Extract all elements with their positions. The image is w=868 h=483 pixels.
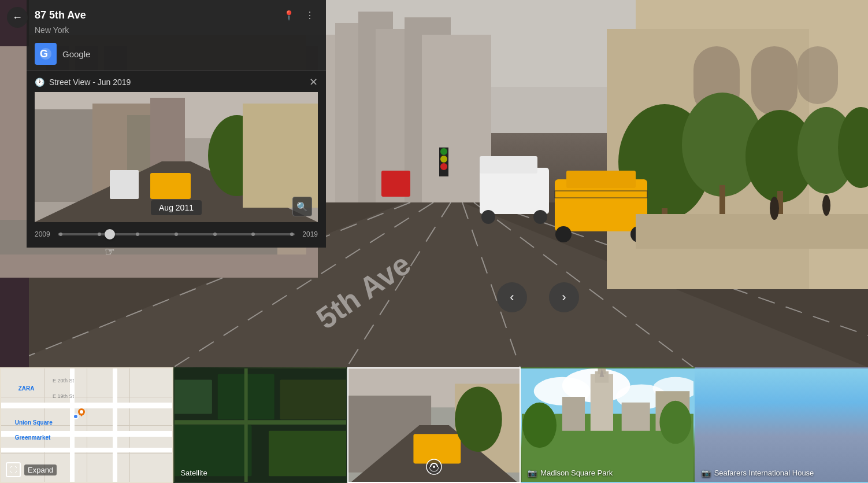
sv-time-panel: 🕐 Street View - Jun 2019 ✕ bbox=[27, 71, 326, 248]
google-row: G Google bbox=[27, 39, 326, 71]
svg-rect-31 bbox=[797, 46, 838, 104]
expand-label: Expand bbox=[24, 464, 57, 475]
svg-rect-102 bbox=[562, 397, 585, 431]
sv-close-button[interactable]: ✕ bbox=[309, 77, 318, 87]
google-label: Google bbox=[62, 49, 90, 59]
satellite-label: Satellite bbox=[180, 469, 207, 477]
timeline-track[interactable]: ☞ bbox=[58, 233, 295, 235]
map-marker bbox=[78, 408, 85, 418]
svg-rect-45 bbox=[566, 171, 636, 188]
madison-label: 📷 Madison Square Park bbox=[528, 469, 613, 477]
map-location-dot bbox=[73, 414, 79, 419]
svg-point-56 bbox=[440, 148, 447, 155]
seafarers-label: 📷 Seafarers International House bbox=[702, 469, 814, 477]
svg-rect-71 bbox=[243, 104, 318, 208]
address-text: 87 5th Ave bbox=[35, 9, 86, 21]
timeline-thumb[interactable] bbox=[105, 229, 115, 239]
svg-point-89 bbox=[455, 387, 502, 452]
zoom-button[interactable]: 🔍 bbox=[292, 197, 312, 216]
svg-rect-78 bbox=[280, 380, 346, 420]
strip-item-madison[interactable]: 📷 Madison Square Park bbox=[521, 367, 694, 483]
expand-icon: ⛶ bbox=[6, 462, 21, 477]
camera-icon-madison: 📷 bbox=[528, 469, 537, 477]
satellite-scene bbox=[175, 368, 346, 482]
svg-point-57 bbox=[440, 156, 447, 163]
city-text: New York bbox=[27, 25, 326, 39]
sv-time-title: 🕐 Street View - Jun 2019 bbox=[35, 78, 131, 87]
svg-rect-49 bbox=[381, 171, 410, 197]
svg-rect-80 bbox=[269, 431, 346, 476]
svg-rect-68 bbox=[110, 170, 139, 199]
map-label-zara: ZARA bbox=[18, 385, 35, 392]
strip-item-map[interactable]: ZARA Union Square Greenmarket E 20th St … bbox=[0, 367, 173, 483]
svg-text:G: G bbox=[40, 48, 48, 60]
seafarers-scene bbox=[696, 368, 867, 482]
google-logo: G bbox=[35, 43, 57, 65]
svg-point-105 bbox=[522, 403, 557, 448]
timeline: 2009 bbox=[35, 228, 318, 242]
sv-thumbnail: Aug 2011 🔍 bbox=[35, 92, 318, 222]
year-end: 2019 bbox=[301, 230, 318, 238]
current-sv-icon bbox=[426, 459, 442, 477]
cursor-hand: ☞ bbox=[105, 245, 115, 259]
back-button[interactable]: ← bbox=[7, 7, 28, 28]
svg-point-106 bbox=[660, 401, 692, 444]
strip-item-seafarers[interactable]: 📷 Seafarers International House bbox=[695, 367, 868, 483]
svg-point-91 bbox=[433, 466, 435, 468]
map-label-union: Union Square bbox=[15, 419, 53, 426]
svg-point-42 bbox=[481, 210, 495, 224]
nav-arrow-left[interactable]: ‹ bbox=[497, 282, 527, 312]
svg-point-53 bbox=[770, 197, 779, 220]
svg-rect-76 bbox=[175, 380, 212, 414]
svg-rect-67 bbox=[150, 173, 191, 199]
expand-area[interactable]: ⛶ Expand bbox=[6, 462, 57, 477]
svg-point-46 bbox=[555, 226, 572, 242]
year-start: 2009 bbox=[35, 230, 52, 238]
google-logo-svg: G bbox=[39, 47, 53, 61]
date-badge: Aug 2011 bbox=[151, 200, 202, 215]
info-panel: 87 5th Ave 📍 ⋮ New York G Go bbox=[27, 0, 326, 248]
map-street-label-2: E 19th St bbox=[53, 393, 74, 399]
nav-arrow-right[interactable]: › bbox=[549, 282, 579, 312]
street-view-main: 5th Ave ‹ › ← bbox=[0, 0, 868, 367]
svg-point-54 bbox=[822, 195, 830, 216]
camera-icon-seafarers: 📷 bbox=[702, 469, 711, 477]
svg-rect-30 bbox=[751, 46, 797, 116]
more-icon[interactable]: ⋮ bbox=[302, 7, 318, 23]
madison-scene bbox=[522, 368, 693, 482]
svg-rect-103 bbox=[622, 403, 650, 431]
svg-point-43 bbox=[533, 210, 547, 224]
map-street-label-1: E 20th St bbox=[53, 378, 74, 384]
bottom-strip: ZARA Union Square Greenmarket E 20th St … bbox=[0, 367, 868, 483]
strip-item-satellite[interactable]: Satellite bbox=[173, 367, 347, 483]
svg-rect-41 bbox=[480, 156, 537, 174]
pin-icon[interactable]: 📍 bbox=[281, 7, 297, 23]
svg-rect-40 bbox=[480, 168, 549, 214]
map-label-greenmarket: Greenmarket bbox=[15, 434, 51, 441]
svg-point-58 bbox=[440, 163, 447, 170]
svg-point-74 bbox=[80, 410, 83, 414]
strip-item-current[interactable] bbox=[347, 367, 521, 483]
svg-rect-51 bbox=[636, 214, 868, 249]
